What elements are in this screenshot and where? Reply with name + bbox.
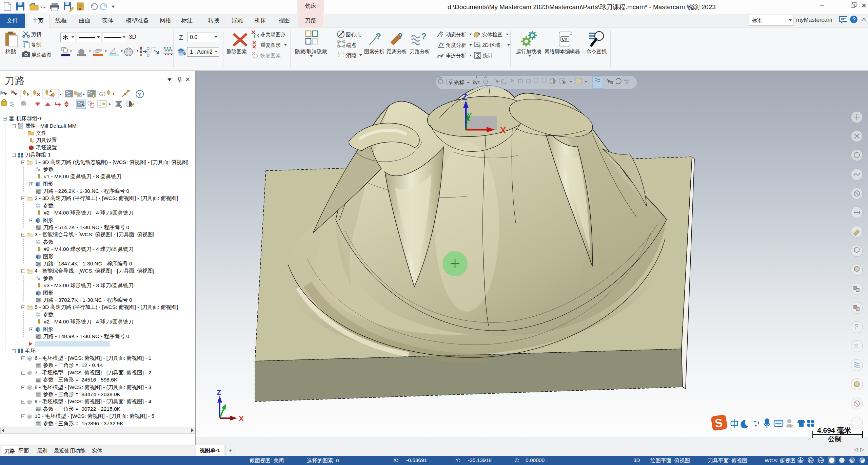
svg-text:Y: Y [467, 111, 472, 120]
svg-text:光标: 光标 [454, 80, 465, 86]
svg-text:X: X [500, 125, 506, 135]
svg-text:19: 19 [790, 425, 794, 429]
svg-text:x̂yz: x̂yz [473, 80, 480, 85]
svg-text:?: ? [440, 33, 443, 38]
svg-text:?: ? [477, 32, 480, 37]
svg-text:?: ? [440, 54, 443, 59]
svg-text:?: ? [478, 44, 481, 49]
svg-text:X: X [239, 414, 244, 423]
svg-text:Z: Z [217, 388, 221, 397]
svg-text:C#: C# [562, 37, 567, 42]
svg-text:?: ? [397, 32, 403, 41]
svg-text:Z: Z [462, 92, 468, 102]
svg-text:?: ? [441, 42, 444, 47]
svg-text:?: ? [421, 32, 427, 41]
svg-text:G1: G1 [99, 91, 106, 97]
svg-text:?: ? [376, 32, 381, 41]
svg-text:?: ? [138, 91, 141, 97]
svg-text:?: ? [852, 17, 856, 22]
